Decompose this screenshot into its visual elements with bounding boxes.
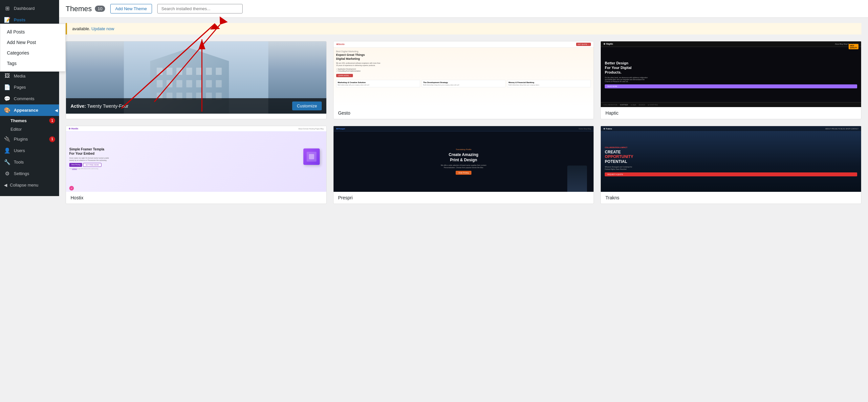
theme-name-hostix: Hostix — [70, 195, 83, 200]
sidebar-item-label: Tools — [14, 160, 24, 164]
sidebar-nav: ⊞ Dashboard 📝 Posts All Posts Add New Po… — [0, 0, 59, 196]
media-icon: 🖼 — [4, 73, 10, 79]
svg-rect-10 — [166, 80, 172, 87]
theme-preview-image: Active: Twenty Twenty-Four Customize — [66, 41, 326, 114]
svg-rect-5 — [186, 68, 192, 75]
svg-rect-2 — [157, 68, 162, 75]
theme-card-active[interactable]: Active: Twenty Twenty-Four Customize — [66, 41, 327, 119]
theme-card-hostix[interactable]: ⊕ Hostix About Domain Hosting Pages Blog… — [66, 126, 327, 204]
customize-button[interactable]: Customize — [292, 101, 321, 110]
svg-rect-9 — [157, 80, 162, 87]
theme-info-prespri: Prespri — [334, 192, 594, 204]
sidebar-item-appearance[interactable]: 🎨 Appearance ◀ — [0, 104, 59, 116]
active-theme-name: Twenty Twenty-Four — [87, 103, 128, 109]
theme-info-hostix: Hostix — [66, 192, 326, 204]
collapse-label: Collapse menu — [10, 183, 38, 188]
collapse-menu-button[interactable]: ◀ Collapse menu — [0, 179, 59, 191]
theme-card-gesto[interactable]: ⊕Gesto GET QUOTE → Best Digital Marketin… — [333, 41, 594, 119]
theme-thumbnail-prespri: ⊕ Prespri Home Shop Blog Translating Pro… — [334, 126, 594, 192]
themes-badge: 1 — [49, 118, 55, 123]
haptic-hero: Better DesignFor Your DigitalProducts. O… — [601, 47, 861, 102]
gesto-content: Best Digital Marketing Expect Great Thin… — [334, 48, 594, 107]
sidebar-item-tools[interactable]: 🔧 Tools — [0, 156, 59, 168]
theme-thumbnail-haptic: ⊕ Haptic About Blog Shop Pages Contact B… — [601, 41, 861, 107]
comments-icon: 💬 — [4, 96, 10, 102]
trakns-title: CREATE OPPORTUNITY POTENTIAL — [605, 150, 857, 164]
sidebar-item-settings[interactable]: ⚙ Settings — [0, 168, 59, 179]
haptic-preview: ⊕ Haptic About Blog Shop Pages Contact B… — [601, 41, 861, 107]
posts-icon: 📝 — [4, 17, 10, 23]
plugins-badge: 1 — [49, 136, 55, 142]
svg-rect-6 — [196, 68, 202, 75]
sidebar-item-media[interactable]: 🖼 Media — [0, 70, 59, 82]
theme-name-gesto: Gesto — [338, 110, 350, 116]
themes-label: Themes — [10, 118, 27, 123]
appearance-icon: 🎨 — [4, 107, 10, 113]
posts-dropdown-categories[interactable]: Categories — [0, 48, 65, 58]
plugins-icon: 🔌 — [4, 136, 10, 142]
sidebar-item-label: Plugins — [14, 136, 28, 142]
posts-dropdown-add-new[interactable]: Add New Post — [0, 37, 65, 48]
theme-info-trakns: Trakns — [601, 192, 861, 204]
topbar: Themes 10 Add New Theme — [59, 0, 868, 18]
hostix-title: Simple Framer TemplaFor Your Embed — [69, 147, 298, 156]
sidebar-item-label: Appearance — [14, 108, 38, 113]
themes-grid: Active: Twenty Twenty-Four Customize ⊕Ge… — [59, 34, 868, 211]
theme-card-prespri[interactable]: ⊕ Prespri Home Shop Blog Translating Pro… — [333, 126, 594, 204]
theme-card-trakns[interactable]: ⊕ Trakns ABOUT PROJECTS BLOG SHOP CONTAC… — [600, 126, 862, 204]
prespri-cta: Order Printing — [456, 171, 471, 175]
sidebar-item-plugins[interactable]: 🔌 Plugins 1 — [0, 133, 59, 145]
haptic-title: Better DesignFor Your DigitalProducts. — [605, 61, 857, 75]
gesto-card-3: Money & Financial Banking Build relation… — [507, 80, 591, 87]
hostix-header: ⊕ Hostix About Domain Hosting Pages Blog — [66, 126, 326, 132]
svg-rect-15 — [216, 80, 222, 87]
haptic-badge: HIGHQUALITY — [849, 44, 859, 49]
posts-dropdown-all-posts[interactable]: All Posts — [0, 27, 65, 37]
search-input[interactable] — [157, 4, 243, 13]
sidebar-item-users[interactable]: 👤 Users — [0, 145, 59, 156]
sidebar-item-comments[interactable]: 💬 Comments — [0, 93, 59, 104]
hostix-text: Simple Framer TemplaFor Your Embed Amet … — [69, 147, 298, 169]
editor-label: Editor — [10, 127, 22, 132]
sidebar-item-pages[interactable]: 📄 Pages — [0, 82, 59, 93]
prespri-content: Translating Profits Create AmazingPrint … — [334, 131, 594, 192]
sidebar-item-label: Media — [14, 73, 25, 79]
sidebar-item-dashboard[interactable]: ⊞ Dashboard — [0, 3, 59, 14]
active-theme-label: Active: Twenty Twenty-Four — [70, 103, 128, 109]
svg-rect-12 — [186, 80, 192, 87]
theme-info-gesto: Gesto — [334, 107, 594, 119]
update-now-link[interactable]: Update now — [92, 26, 114, 31]
theme-card-haptic[interactable]: ⊕ Haptic About Blog Shop Pages Contact B… — [600, 41, 862, 119]
sidebar: ⊞ Dashboard 📝 Posts All Posts Add New Po… — [0, 0, 59, 402]
dashboard-icon: ⊞ — [4, 5, 10, 11]
theme-info-haptic: Haptic — [601, 107, 861, 119]
trakns-content: COLLABORATION & IMPACT CREATE OPPORTUNIT… — [601, 131, 861, 192]
pages-icon: 📄 — [4, 84, 10, 90]
theme-thumbnail-twenty-four: Active: Twenty Twenty-Four Customize — [66, 41, 326, 114]
svg-rect-13 — [196, 80, 202, 87]
sidebar-item-label: Users — [14, 148, 25, 153]
svg-rect-11 — [176, 80, 182, 87]
gesto-cards: Marketing & Creative Solution Build rela… — [336, 80, 591, 87]
prespri-title: Create AmazingPrint & Design — [449, 152, 478, 162]
haptic-header: ⊕ Haptic About Blog Shop Pages Contact — [601, 41, 861, 47]
active-prefix: Active: — [70, 103, 86, 109]
posts-dropdown-tags[interactable]: Tags — [0, 58, 65, 69]
theme-name-haptic: Haptic — [606, 110, 619, 116]
gesto-preview: ⊕Gesto GET QUOTE → Best Digital Marketin… — [334, 41, 594, 107]
tools-icon: 🔧 — [4, 159, 10, 165]
theme-thumbnail-trakns: ⊕ Trakns ABOUT PROJECTS BLOG SHOP CONTAC… — [601, 126, 861, 192]
sidebar-item-label: Comments — [14, 96, 34, 101]
sidebar-item-label: Pages — [14, 85, 26, 90]
users-icon: 👤 — [4, 148, 10, 154]
gesto-header: ⊕Gesto GET QUOTE → — [334, 41, 594, 48]
collapse-icon: ◀ — [4, 183, 7, 188]
add-new-theme-button[interactable]: Add New Theme — [110, 4, 152, 13]
gesto-card-2: The Development Strategy Build relations… — [422, 80, 505, 87]
svg-rect-7 — [206, 68, 212, 75]
prespri-subtitle: Translating Profits — [456, 149, 471, 150]
sidebar-subitem-editor[interactable]: Editor — [0, 125, 59, 133]
posts-dropdown: All Posts Add New Post Categories Tags — [0, 24, 66, 71]
sidebar-subitem-themes[interactable]: Themes 1 — [0, 116, 59, 125]
gesto-hero-text: Expect Great ThingsDigital Marketing — [336, 53, 591, 61]
